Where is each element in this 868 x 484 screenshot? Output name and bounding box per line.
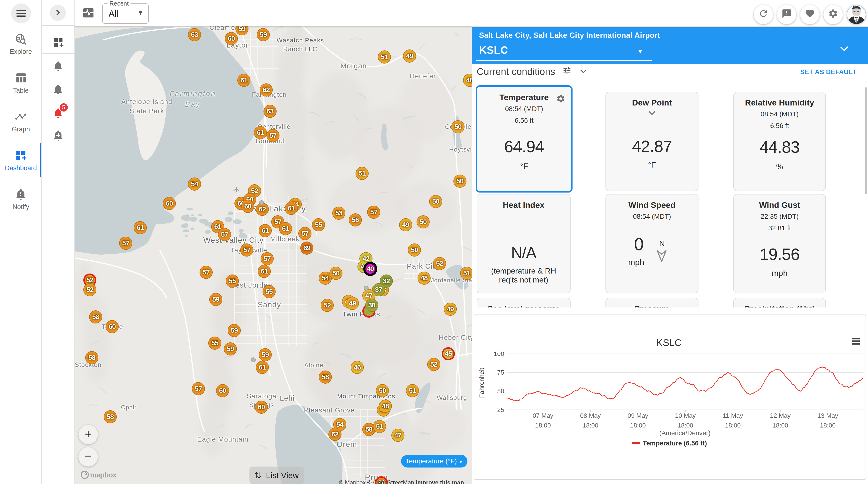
svg-text:25: 25 [497,406,504,414]
svg-text:KSLC: KSLC [656,337,682,348]
svg-text:Fahrenheit: Fahrenheit [478,368,485,398]
svg-text:100: 100 [494,350,504,358]
svg-text:11 May: 11 May [723,412,743,419]
svg-text:18:00: 18:00 [535,422,551,429]
svg-text:(America/Denver): (America/Denver) [659,429,711,437]
svg-text:mapbox: mapbox [90,471,117,479]
svg-text:13 May: 13 May [817,412,838,419]
svg-text:18:00: 18:00 [820,422,836,429]
svg-text:10 May: 10 May [675,412,695,419]
svg-text:75: 75 [497,369,504,376]
svg-text:08 May: 08 May [580,412,600,419]
svg-text:Temperature (6.56 ft): Temperature (6.56 ft) [643,439,707,447]
svg-text:09 May: 09 May [627,412,648,419]
svg-text:12 May: 12 May [770,412,790,419]
svg-text:18:00: 18:00 [630,422,646,429]
svg-text:18:00: 18:00 [677,422,693,429]
svg-text:07 May: 07 May [533,412,553,419]
svg-text:18:00: 18:00 [583,422,598,429]
svg-text:18:00: 18:00 [772,422,788,429]
svg-text:50: 50 [497,388,504,395]
svg-text:18:00: 18:00 [725,422,741,429]
